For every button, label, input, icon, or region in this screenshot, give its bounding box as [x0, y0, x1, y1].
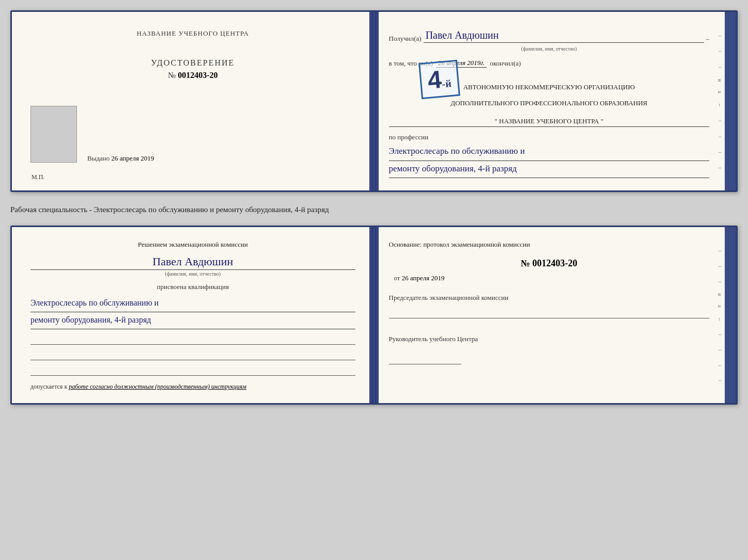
- stamp-area: 4-й АВТОНОМНУЮ НЕКОММЕРЧЕСКУЮ ОРГАНИЗАЦИ…: [389, 72, 710, 113]
- issued-label: Выдано: [87, 154, 110, 162]
- protocol-number-value: 0012403-20: [533, 258, 578, 268]
- institution-name-left: НАЗВАНИЕ УЧЕБНОГО ЦЕНТРА: [30, 29, 355, 38]
- protocol-number: № 0012403-20: [389, 258, 710, 269]
- cert-number-value: 0012403-20: [178, 71, 217, 79]
- decision-title: Решением экзаменационной комиссии: [30, 239, 355, 250]
- chairman-label-text: Председатель экзаменационной комиссии: [389, 294, 509, 301]
- signature-line-1: [30, 333, 355, 345]
- org-name-quotes: " НАЗВАНИЕ УЧЕБНОГО ЦЕНТРА ": [389, 117, 710, 127]
- exam-left-page: Решением экзаменационной комиссии Павел …: [12, 227, 375, 403]
- exam-spine: [369, 227, 379, 403]
- qualification-line1: Электрослесарь по обслуживанию и: [30, 295, 355, 312]
- org-line2: ДОПОЛНИТЕЛЬНОГО ПРОФЕССИОНАЛЬНОГО ОБРАЗО…: [389, 98, 710, 109]
- director-label-text: Руководитель учебного Центра: [389, 335, 478, 343]
- person-name-right: Павел Авдюшин: [424, 29, 704, 43]
- profession-label: по профессии: [389, 133, 710, 141]
- grade-number: 4: [426, 66, 442, 94]
- qualification-line2: ремонту оборудования, 4-й разряд: [30, 312, 355, 329]
- signature-line-3: [30, 364, 355, 376]
- page-wrapper: НАЗВАНИЕ УЧЕБНОГО ЦЕНТРА УДОСТОВЕРЕНИЕ №…: [10, 10, 738, 405]
- certificate-booklet: НАЗВАНИЕ УЧЕБНОГО ЦЕНТРА УДОСТОВЕРЕНИЕ №…: [10, 10, 738, 192]
- grade-stamp: 4-й: [418, 60, 460, 99]
- exam-person-name: Павел Авдюшин: [30, 255, 355, 270]
- grade-suffix: -й: [441, 77, 451, 90]
- exam-right-margin: – – – и а ← – – – –: [717, 243, 723, 388]
- cert-number-prefix: №: [168, 71, 176, 79]
- certificate-right-page: – – – и а ← – – – – Получил(а) Павел Авд…: [375, 12, 737, 190]
- signature-line-2: [30, 349, 355, 360]
- protocol-prefix: №: [521, 258, 530, 268]
- received-label: Получил(а): [389, 35, 422, 43]
- exam-person-name-sub: (фамилия, имя, отчество): [30, 271, 355, 277]
- profession-line1: Электрослесарь по обслуживанию и: [389, 143, 710, 161]
- assigned-label: присвоена квалификация: [30, 283, 355, 291]
- admitted-text: допускается к работе согласно должностны…: [30, 383, 355, 391]
- finished-label: окончил(а): [490, 59, 521, 68]
- director-label: Руководитель учебного Центра: [389, 334, 710, 364]
- admitted-italic: работе согласно должностным (производств…: [69, 383, 246, 390]
- person-name-sub-right: (фамилия, имя, отчество): [389, 46, 710, 52]
- mp-label: М.П.: [32, 173, 44, 181]
- cert-title: УДОСТОВЕРЕНИЕ: [30, 58, 355, 68]
- protocol-date: от 26 апреля 2019: [389, 274, 710, 282]
- profession-line2: ремонту оборудования, 4-й разряд: [389, 161, 710, 179]
- booklet-spine: [369, 12, 379, 190]
- admitted-label: допускается к: [30, 383, 67, 390]
- cert-number: № 0012403-20: [30, 71, 355, 80]
- right-margin-decoration: – – – и а ← – – – –: [717, 27, 723, 175]
- date-from-value: 26 апреля 2019: [402, 274, 445, 282]
- received-row: Получил(а) Павел Авдюшин –: [389, 29, 710, 43]
- issued-date-value: 26 апреля 2019: [112, 154, 154, 162]
- specialty-text: Рабочая специальность - Электрослесарь п…: [10, 201, 738, 216]
- certificate-left-page: НАЗВАНИЕ УЧЕБНОГО ЦЕНТРА УДОСТОВЕРЕНИЕ №…: [12, 12, 375, 190]
- photo-placeholder: [30, 106, 77, 163]
- chairman-label: Председатель экзаменационной комиссии: [389, 293, 710, 319]
- dash-right: –: [706, 35, 710, 43]
- chairman-sig-line: [389, 307, 710, 318]
- basis-title: Основание: протокол экзаменационной коми…: [389, 239, 710, 250]
- director-sig-line: [389, 353, 461, 364]
- issued-date-row: Выдано 26 апреля 2019: [87, 154, 355, 163]
- date-from-label: от: [394, 274, 400, 282]
- left-bottom-row: Выдано 26 апреля 2019: [30, 106, 355, 163]
- exam-booklet: Решением экзаменационной комиссии Павел …: [10, 226, 738, 405]
- exam-right-page: – – – и а ← – – – – Основание: протокол …: [375, 227, 737, 403]
